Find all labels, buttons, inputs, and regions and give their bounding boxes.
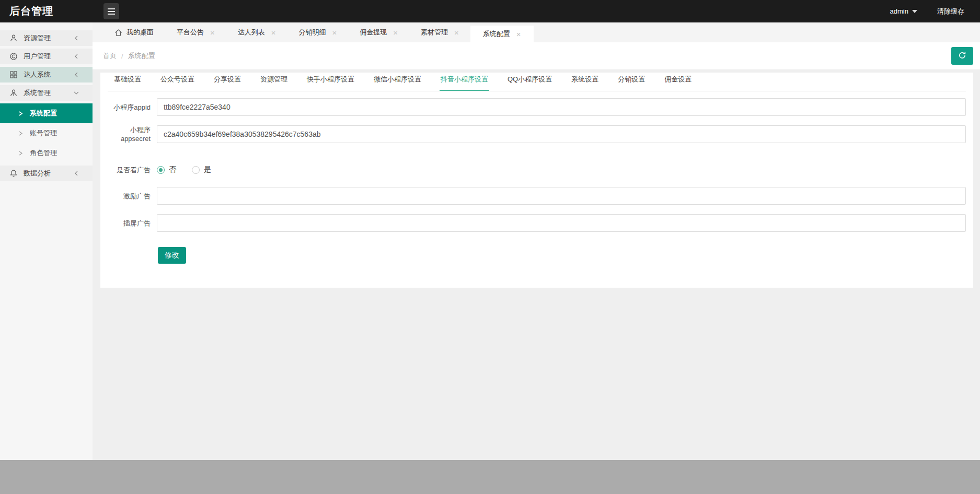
breadcrumb-separator: /: [121, 52, 123, 60]
chevron-left-icon: [74, 171, 79, 176]
sidebar-item-talent-system[interactable]: 达人系统: [0, 67, 93, 83]
sidebar-item-label: 达人系统: [24, 70, 51, 79]
appid-input[interactable]: [157, 98, 966, 116]
workspace-tab-label: 平台公告: [177, 28, 204, 37]
arrow-right-icon: [18, 131, 23, 136]
chevron-left-icon: [74, 54, 79, 59]
interstitial-ad-input[interactable]: [157, 214, 966, 232]
admin-page: 后台管理 admin 清除缓存 资源管理: [0, 0, 980, 460]
submit-button[interactable]: 修改: [158, 247, 186, 264]
close-icon[interactable]: ×: [332, 29, 337, 37]
close-icon[interactable]: ×: [271, 29, 276, 37]
settings-tabs: 基础设置 公众号设置 分享设置 资源管理 快手小程序设置 微信小程序设置 抖音小…: [108, 73, 966, 91]
chevron-left-icon: [74, 36, 79, 41]
workspace-tab-system-config[interactable]: 系统配置 ×: [470, 26, 534, 42]
workspace-tab-platform-notice[interactable]: 平台公告 ×: [165, 22, 226, 42]
sidebar-item-resource-management[interactable]: 资源管理: [0, 30, 93, 46]
tab-kuaishou-miniapp-settings[interactable]: 快手小程序设置: [306, 75, 355, 91]
workspace-tabstrip: 我的桌面 平台公告 × 达人列表 × 分销明细 × 佣金提现 ×: [93, 22, 980, 42]
workspace-tab-commission-withdraw[interactable]: 佣金提现 ×: [348, 22, 409, 42]
top-header: 后台管理 admin 清除缓存: [0, 0, 980, 22]
workspace-tab-label: 分销明细: [299, 28, 326, 37]
tab-douyin-miniapp-settings[interactable]: 抖音小程序设置: [440, 75, 489, 91]
workspace-tab-material-management[interactable]: 素材管理 ×: [409, 22, 470, 42]
breadcrumb-home-link[interactable]: 首页: [103, 51, 117, 61]
form-row-interstitial-ad: 插屏广告: [108, 214, 966, 232]
body-row: 资源管理 用户管理 达人系统: [0, 22, 980, 460]
radio-option-no[interactable]: 否: [157, 165, 176, 174]
sidebar-subitem-label: 角色管理: [30, 148, 57, 158]
close-icon[interactable]: ×: [210, 29, 215, 37]
tab-official-account-settings[interactable]: 公众号设置: [159, 75, 195, 91]
tab-commission-settings[interactable]: 佣金设置: [663, 75, 693, 91]
workspace-tab-label: 我的桌面: [126, 28, 154, 37]
close-icon[interactable]: ×: [516, 30, 521, 38]
chevron-left-icon: [74, 72, 79, 77]
sidebar: 资源管理 用户管理 达人系统: [0, 22, 93, 460]
radio-option-yes[interactable]: 是: [192, 165, 211, 174]
radio-option-label: 否: [169, 165, 176, 174]
tab-system-settings[interactable]: 系统设置: [570, 75, 599, 91]
sidebar-item-data-analysis[interactable]: 数据分析: [0, 166, 93, 181]
workspace-tab-label: 佣金提现: [360, 28, 387, 37]
bell-icon: [9, 169, 18, 178]
sidebar-subitem-account-management[interactable]: 账号管理: [0, 123, 93, 143]
breadcrumb: 首页 / 系统配置: [103, 51, 155, 61]
appid-label: 小程序appid: [108, 103, 151, 112]
sidebar-item-user-management[interactable]: 用户管理: [0, 49, 93, 64]
workspace-tab-label: 素材管理: [421, 28, 448, 37]
tab-basic-settings[interactable]: 基础设置: [113, 75, 142, 91]
user-menu[interactable]: admin: [890, 7, 917, 15]
form-row-reward-ad: 激励广告: [108, 187, 966, 205]
close-icon[interactable]: ×: [393, 29, 398, 37]
username: admin: [890, 7, 908, 15]
arrow-right-icon: [18, 151, 23, 156]
tab-qq-miniapp-settings[interactable]: QQ小程序设置: [506, 75, 553, 91]
sidebar-subitem-system-config[interactable]: 系统配置: [0, 103, 93, 123]
sidebar-item-label: 资源管理: [24, 33, 51, 43]
appsecret-label: 小程序appsecret: [108, 125, 151, 143]
home-icon: [114, 29, 122, 37]
clear-cache-button[interactable]: 清除缓存: [937, 7, 964, 16]
watch-ad-label: 是否看广告: [108, 166, 151, 174]
sidebar-subitem-role-management[interactable]: 角色管理: [0, 143, 93, 163]
interstitial-ad-label: 插屏广告: [108, 219, 151, 228]
watch-ad-radio-group: 否 是: [157, 165, 211, 174]
reward-ad-input[interactable]: [157, 187, 966, 205]
content-area: 基础设置 公众号设置 分享设置 资源管理 快手小程序设置 微信小程序设置 抖音小…: [93, 70, 980, 460]
tab-share-settings[interactable]: 分享设置: [213, 75, 242, 91]
form-row-appid: 小程序appid: [108, 98, 966, 116]
user-manage-icon: [9, 52, 18, 61]
viewport: 后台管理 admin 清除缓存 资源管理: [0, 0, 980, 494]
workspace-tab-distribution-detail[interactable]: 分销明细 ×: [287, 22, 349, 42]
hamburger-icon: [108, 8, 115, 9]
tab-wechat-miniapp-settings[interactable]: 微信小程序设置: [373, 75, 422, 91]
appsecret-input[interactable]: [157, 125, 966, 143]
breadcrumb-bar: 首页 / 系统配置: [93, 42, 980, 70]
system-management-submenu: 系统配置 账号管理 角色管理: [0, 103, 93, 163]
caret-down-icon: [912, 10, 917, 13]
tab-resource-management[interactable]: 资源管理: [259, 75, 289, 91]
radio-unchecked-icon: [192, 166, 200, 174]
sidebar-item-system-management[interactable]: 系统管理: [0, 85, 93, 101]
workspace-tab-talent-list[interactable]: 达人列表 ×: [226, 22, 287, 42]
chevron-down-icon: [74, 90, 79, 96]
header-right: admin 清除缓存: [890, 0, 964, 22]
sidebar-item-label: 系统管理: [24, 88, 51, 98]
tab-distribution-settings[interactable]: 分销设置: [617, 75, 646, 91]
refresh-button[interactable]: [951, 47, 973, 65]
workspace-tab-desktop[interactable]: 我的桌面: [103, 22, 165, 42]
reward-ad-label: 激励广告: [108, 192, 151, 201]
workspace-tab-label: 系统配置: [483, 29, 510, 39]
sidebar-toggle-button[interactable]: [103, 3, 119, 19]
person-icon: [9, 34, 18, 42]
sidebar-subitem-label: 账号管理: [30, 128, 57, 138]
radio-option-label: 是: [204, 165, 211, 174]
workspace-tab-label: 达人列表: [238, 28, 265, 37]
admin-person-icon: [9, 89, 18, 97]
douyin-miniapp-form: 小程序appid 小程序appsecret 是否看广告: [108, 98, 966, 264]
close-icon[interactable]: ×: [454, 29, 459, 37]
grid-icon: [9, 70, 18, 79]
breadcrumb-current: 系统配置: [128, 51, 155, 61]
arrow-right-icon: [18, 111, 23, 116]
